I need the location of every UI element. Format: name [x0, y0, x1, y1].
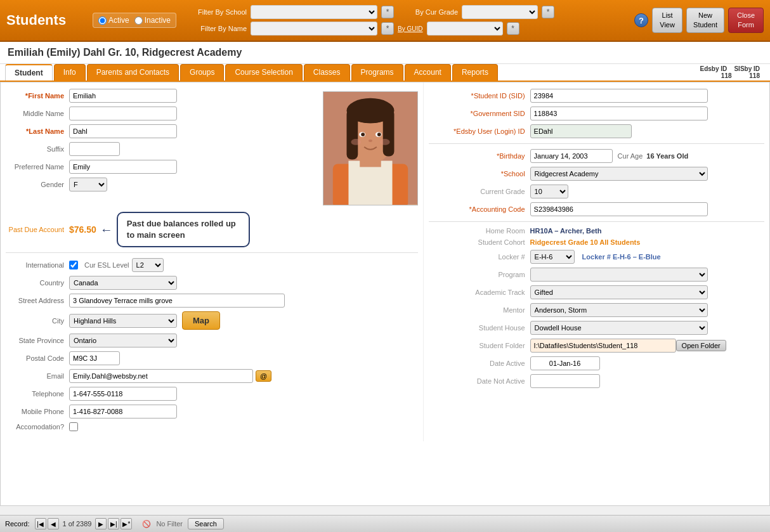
suffix-input[interactable] [69, 142, 120, 156]
tab-programs[interactable]: Programs [351, 64, 403, 81]
state-province-select[interactable]: Ontario [69, 334, 177, 347]
email-input[interactable] [69, 369, 253, 383]
list-view-button[interactable]: ListView [652, 8, 682, 34]
nav-new-btn[interactable]: ▶* [121, 518, 132, 529]
grade-star-btn[interactable]: * [542, 6, 554, 18]
preferred-name-row: Preferred Name [6, 160, 315, 174]
student-house-select[interactable]: Dowdell House [530, 321, 708, 335]
inactive-radio[interactable] [134, 16, 143, 25]
nav-last-btn[interactable]: ▶| [108, 518, 119, 529]
middle-name-row: Middle Name [6, 107, 315, 120]
inactive-radio-label[interactable]: Inactive [134, 16, 171, 25]
first-name-input[interactable] [69, 89, 177, 103]
nav-next-btn[interactable]: ▶ [95, 518, 107, 529]
svg-point-11 [361, 133, 365, 137]
date-not-active-input[interactable] [530, 374, 600, 388]
locker-select[interactable]: E-H-6 [530, 250, 575, 264]
telephone-row: Telephone [6, 387, 418, 401]
tab-student[interactable]: Student [5, 64, 53, 81]
international-checkbox[interactable] [69, 261, 78, 269]
tab-course-selection[interactable]: Course Selection [225, 64, 302, 81]
cur-age-value: 16 Years Old [646, 152, 688, 160]
filter-school-star-btn[interactable]: * [381, 6, 394, 18]
student-cohort-value: Ridgecrest Grade 10 All Students [530, 238, 641, 246]
tab-info[interactable]: Info [54, 64, 86, 81]
academic-track-select[interactable]: Gifted [530, 285, 708, 299]
guid-select[interactable] [427, 22, 503, 36]
tooltip-bubble: Past due balances rolled up to main scre… [117, 212, 250, 247]
tab-parents[interactable]: Parents and Contacts [87, 64, 179, 81]
program-select[interactable] [530, 268, 708, 282]
street-address-input[interactable] [69, 294, 285, 308]
filter-name-select[interactable] [251, 22, 377, 36]
preferred-name-input[interactable] [69, 160, 177, 174]
program-row: Program [429, 268, 764, 282]
student-folder-input[interactable] [530, 339, 676, 353]
govt-sid-input[interactable] [530, 107, 708, 120]
date-active-row: Date Active [429, 356, 764, 370]
mobile-phone-input[interactable] [69, 405, 177, 418]
active-radio-label[interactable]: Active [98, 16, 129, 25]
search-button[interactable]: Search [188, 518, 224, 529]
new-student-button[interactable]: NewStudent [686, 8, 724, 34]
email-at-button[interactable]: @ [256, 370, 271, 382]
tab-account[interactable]: Account [405, 64, 451, 81]
gender-select[interactable]: F M [69, 178, 107, 191]
academic-track-row: Academic Track Gifted [429, 285, 764, 299]
date-active-input[interactable] [530, 356, 600, 370]
student-house-row: Student House Dowdell House [429, 321, 764, 335]
grade-select[interactable] [462, 5, 538, 19]
mentor-select[interactable]: Anderson, Storm [530, 303, 708, 317]
student-photo-area [323, 91, 418, 205]
filter-school-select[interactable] [251, 5, 377, 19]
postal-code-input[interactable] [69, 351, 120, 365]
middle-name-input[interactable] [69, 107, 177, 120]
filter-school-row: Filter By School * By Cur Grade * [186, 5, 624, 19]
telephone-label: Telephone [6, 390, 69, 398]
last-name-input[interactable] [69, 124, 177, 138]
filter-name-star-btn[interactable]: * [381, 22, 394, 35]
cur-age-label: Cur Age [618, 152, 643, 160]
open-folder-button[interactable]: Open Folder [676, 340, 726, 351]
email-label: Email [6, 372, 69, 380]
header: Students Active Inactive Filter By Schoo… [0, 0, 770, 42]
student-id-label: *Student ID (SID) [429, 92, 530, 100]
current-grade-select[interactable]: 1091112 [530, 185, 568, 198]
country-select[interactable]: CanadaUSAUK [69, 276, 177, 290]
telephone-input[interactable] [69, 387, 177, 401]
accounting-code-input[interactable] [530, 202, 708, 216]
accommodation-checkbox[interactable] [69, 422, 78, 431]
student-photo [323, 91, 418, 205]
student-photo-svg [323, 92, 417, 205]
past-due-section: Past Due Account $76.50 ← Past due balan… [6, 212, 418, 247]
nav-prev-btn[interactable]: ◀ [48, 518, 59, 529]
edsby-login-label: *Edsby User (Login) ID [429, 127, 530, 135]
help-button[interactable]: ? [634, 13, 648, 27]
student-id-input[interactable] [530, 89, 708, 103]
guid-star-btn[interactable]: * [507, 22, 519, 35]
esl-level-select[interactable]: L2L1L3 [132, 258, 164, 272]
map-button[interactable]: Map [182, 311, 220, 330]
nav-first-btn[interactable]: |◀ [35, 518, 46, 529]
filter-name-label: Filter By Name [186, 25, 247, 32]
current-grade-label: Current Grade [429, 188, 530, 195]
school-select[interactable]: Ridgecrest Academy [530, 167, 708, 181]
bottom-bar: Record: |◀ ◀ 1 of 2389 ▶ ▶| ▶* 🚫 No Filt… [0, 515, 770, 532]
edsby-login-input[interactable] [530, 124, 632, 138]
city-select[interactable]: Highland Hills [69, 314, 177, 328]
tab-classes[interactable]: Classes [304, 64, 350, 81]
tabs-left: Student Info Parents and Contacts Groups… [5, 64, 499, 81]
home-room-row: Home Room HR10A – Archer, Beth [429, 227, 764, 235]
tab-groups[interactable]: Groups [180, 64, 224, 81]
birthday-input[interactable] [530, 149, 613, 163]
student-folder-row: Student Folder Open Folder [429, 339, 764, 353]
close-form-button[interactable]: CloseForm [728, 8, 764, 34]
active-inactive-group: Active Inactive [93, 13, 176, 28]
by-guid-label[interactable]: By GUID [398, 25, 422, 32]
tab-reports[interactable]: Reports [452, 64, 498, 81]
active-radio[interactable] [98, 16, 107, 25]
app-title: Students [6, 12, 82, 29]
city-label: City [6, 317, 69, 325]
filter-icon: 🚫 [142, 520, 151, 528]
email-row: Email @ [6, 369, 418, 383]
